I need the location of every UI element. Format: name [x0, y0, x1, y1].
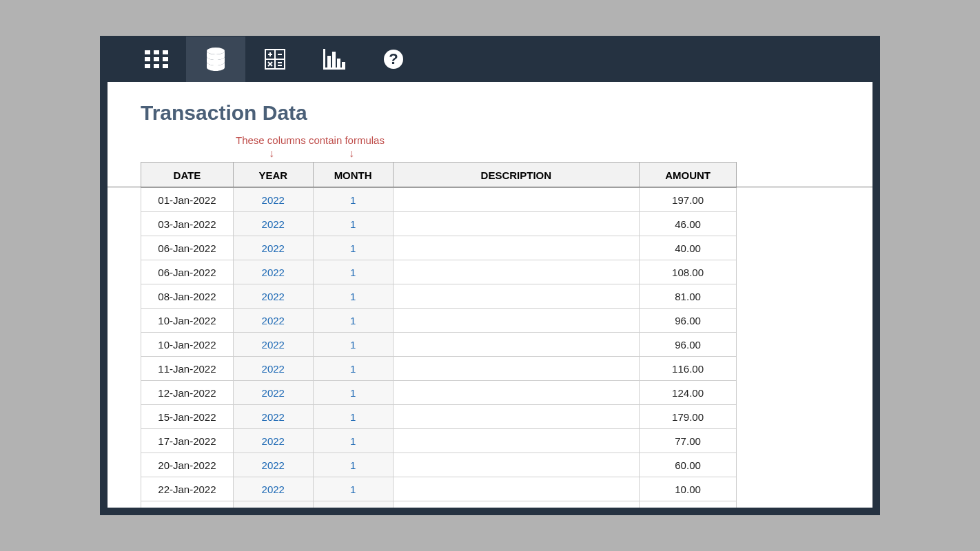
cell-description[interactable] [393, 188, 640, 212]
cell-amount[interactable]: 179.00 [640, 405, 737, 429]
cell-description[interactable] [393, 333, 640, 357]
nav-help[interactable]: ? [364, 37, 423, 82]
cell-description[interactable] [393, 501, 640, 508]
cell-month[interactable]: 1 [313, 188, 393, 212]
cell-year[interactable]: 2022 [233, 357, 313, 381]
svg-rect-4 [154, 57, 159, 61]
cell-description[interactable] [393, 477, 640, 501]
cell-description[interactable] [393, 429, 640, 453]
cell-amount[interactable]: 81.00 [640, 284, 737, 309]
cell-date[interactable]: 08-Jan-2022 [141, 284, 234, 309]
cell-month[interactable]: 1 [313, 357, 393, 381]
cell-month[interactable]: 1 [313, 284, 393, 309]
cell-description[interactable] [393, 381, 640, 405]
cell-amount[interactable]: 108.00 [640, 260, 737, 284]
cell-year[interactable]: 2022 [233, 284, 313, 309]
cell-amount[interactable]: 96.00 [640, 309, 737, 333]
cell-description[interactable] [393, 212, 640, 236]
table-row[interactable]: 11-Jan-202220221116.00 [141, 357, 737, 381]
cell-month[interactable]: 1 [313, 405, 393, 429]
col-month[interactable]: MONTH [313, 163, 393, 188]
cell-date[interactable]: 06-Jan-2022 [141, 260, 234, 284]
cell-month[interactable]: 1 [313, 309, 393, 333]
cell-description[interactable] [393, 236, 640, 260]
svg-text:?: ? [389, 50, 398, 67]
cell-date[interactable]: 01-Jan-2022 [141, 188, 234, 212]
cell-month[interactable]: 1 [313, 453, 393, 477]
cell-year[interactable]: 2022 [233, 309, 313, 333]
table-row[interactable]: 06-Jan-202220221108.00 [141, 260, 737, 284]
cell-year[interactable]: 2022 [233, 333, 313, 357]
cell-date[interactable]: 10-Jan-2022 [141, 333, 234, 357]
cell-date[interactable]: 12-Jan-2022 [141, 381, 234, 405]
cell-month[interactable]: 1 [313, 501, 393, 508]
cell-month[interactable]: 1 [313, 260, 393, 284]
table-row[interactable]: 10-Jan-20222022196.00 [141, 309, 737, 333]
nav-calculator[interactable] [245, 37, 305, 82]
cell-year[interactable]: 2022 [233, 429, 313, 453]
table-row[interactable]: 22-Jan-20222022110.00 [141, 477, 737, 501]
cell-description[interactable] [393, 357, 640, 381]
chart-icon [323, 49, 345, 70]
cell-month[interactable]: 1 [313, 429, 393, 453]
calculator-icon [265, 49, 285, 70]
cell-amount[interactable]: 124.00 [640, 381, 737, 405]
cell-month[interactable]: 1 [313, 477, 393, 501]
cell-date[interactable]: 03-Jan-2022 [141, 212, 234, 236]
cell-description[interactable] [393, 260, 640, 284]
cell-year[interactable]: 2022 [233, 381, 313, 405]
table-row[interactable]: 08-Jan-20222022181.00 [141, 284, 737, 309]
cell-description[interactable] [393, 284, 640, 309]
table-row[interactable]: 25-Jan-202220221123.00 [141, 501, 737, 508]
cell-month[interactable]: 1 [313, 333, 393, 357]
col-amount[interactable]: AMOUNT [640, 163, 737, 188]
cell-amount[interactable]: 96.00 [640, 333, 737, 357]
table-row[interactable]: 03-Jan-20222022146.00 [141, 212, 737, 236]
cell-amount[interactable]: 116.00 [640, 357, 737, 381]
table-row[interactable]: 06-Jan-20222022140.00 [141, 236, 737, 260]
cell-date[interactable]: 22-Jan-2022 [141, 477, 234, 501]
nav-chart[interactable] [305, 37, 364, 82]
col-year[interactable]: YEAR [233, 163, 313, 188]
cell-date[interactable]: 10-Jan-2022 [141, 309, 234, 333]
cell-month[interactable]: 1 [313, 212, 393, 236]
cell-year[interactable]: 2022 [233, 453, 313, 477]
table-row[interactable]: 01-Jan-202220221197.00 [141, 188, 737, 212]
cell-year[interactable]: 2022 [233, 236, 313, 260]
table-row[interactable]: 15-Jan-202220221179.00 [141, 405, 737, 429]
cell-date[interactable]: 17-Jan-2022 [141, 429, 234, 453]
table-row[interactable]: 17-Jan-20222022177.00 [141, 429, 737, 453]
cell-month[interactable]: 1 [313, 236, 393, 260]
cell-amount[interactable]: 40.00 [640, 236, 737, 260]
table-row[interactable]: 10-Jan-20222022196.00 [141, 333, 737, 357]
cell-amount[interactable]: 123.00 [640, 501, 737, 508]
cell-date[interactable]: 20-Jan-2022 [141, 453, 234, 477]
cell-year[interactable]: 2022 [233, 212, 313, 236]
cell-description[interactable] [393, 405, 640, 429]
nav-grid[interactable] [127, 37, 186, 82]
cell-amount[interactable]: 10.00 [640, 477, 737, 501]
col-date[interactable]: DATE [141, 163, 234, 188]
cell-date[interactable]: 15-Jan-2022 [141, 405, 234, 429]
cell-description[interactable] [393, 453, 640, 477]
cell-amount[interactable]: 197.00 [640, 188, 737, 212]
cell-description[interactable] [393, 309, 640, 333]
cell-amount[interactable]: 60.00 [640, 453, 737, 477]
cell-month[interactable]: 1 [313, 381, 393, 405]
table-row[interactable]: 12-Jan-202220221124.00 [141, 381, 737, 405]
cell-year[interactable]: 2022 [233, 477, 313, 501]
cell-year[interactable]: 2022 [233, 405, 313, 429]
cell-date[interactable]: 06-Jan-2022 [141, 236, 234, 260]
cell-amount[interactable]: 77.00 [640, 429, 737, 453]
cell-year[interactable]: 2022 [233, 260, 313, 284]
svg-rect-7 [154, 64, 159, 68]
cell-date[interactable]: 25-Jan-2022 [141, 501, 234, 508]
nav-database[interactable] [186, 37, 245, 82]
table-row[interactable]: 20-Jan-20222022160.00 [141, 453, 737, 477]
svg-rect-21 [323, 67, 345, 70]
cell-date[interactable]: 11-Jan-2022 [141, 357, 234, 381]
cell-year[interactable]: 2022 [233, 188, 313, 212]
col-description[interactable]: DESCRIPTION [393, 163, 640, 188]
cell-year[interactable]: 2022 [233, 501, 313, 508]
cell-amount[interactable]: 46.00 [640, 212, 737, 236]
